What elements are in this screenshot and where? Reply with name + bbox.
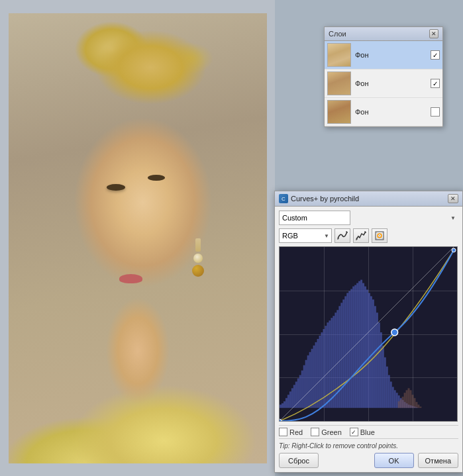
freehand-tool-button[interactable] (353, 228, 369, 243)
svg-rect-84 (417, 405, 419, 408)
svg-rect-25 (321, 332, 323, 408)
blue-checkbox-item[interactable]: ✓ Blue (350, 428, 375, 436)
red-checkbox-item[interactable]: Red (279, 428, 303, 436)
svg-rect-15 (301, 371, 303, 408)
svg-rect-42 (354, 285, 356, 408)
svg-rect-77 (404, 393, 406, 408)
svg-rect-47 (364, 287, 366, 408)
layer-name-3: Фон (355, 108, 427, 116)
green-label: Green (321, 428, 342, 436)
svg-rect-30 (331, 318, 333, 408)
earring-top (195, 238, 201, 252)
svg-rect-81 (412, 395, 414, 408)
svg-rect-38 (346, 293, 348, 408)
tip-text: Tip: Right-Click to remove control point… (279, 442, 458, 450)
draw-curve-tool-button[interactable] (334, 228, 350, 243)
svg-rect-45 (360, 280, 362, 408)
svg-rect-10 (291, 388, 293, 408)
svg-rect-74 (398, 401, 400, 408)
svg-rect-50 (370, 296, 372, 408)
svg-rect-78 (406, 390, 408, 408)
svg-rect-54 (378, 322, 380, 408)
svg-rect-24 (319, 336, 321, 408)
ok-button[interactable]: OK (374, 453, 414, 468)
layer-item-1[interactable]: Фон ✓ (325, 41, 442, 70)
svg-rect-34 (338, 306, 340, 408)
cancel-button[interactable]: Отмена (418, 453, 458, 468)
reset-button[interactable]: Сброс (279, 453, 319, 468)
svg-rect-44 (358, 281, 360, 408)
svg-rect-46 (362, 283, 364, 408)
svg-point-88 (452, 248, 456, 252)
svg-rect-48 (366, 290, 368, 408)
channel-row: RGB Red Green Blue (279, 228, 458, 243)
channel-select[interactable]: RGB Red Green Blue (279, 228, 332, 243)
svg-rect-49 (368, 293, 370, 408)
earring-bead-1 (193, 254, 203, 263)
svg-rect-39 (348, 291, 350, 408)
photo-frame (9, 13, 267, 463)
svg-rect-53 (376, 312, 378, 408)
svg-rect-4 (280, 405, 282, 408)
svg-rect-29 (329, 320, 331, 408)
curves-close-button[interactable]: ✕ (448, 194, 458, 203)
channel-select-wrapper: RGB Red Green Blue (279, 228, 332, 243)
svg-rect-5 (282, 403, 283, 408)
svg-rect-62 (394, 390, 396, 408)
svg-rect-63 (396, 393, 398, 408)
preset-select[interactable]: Custom Default Linear Strong Contrast Me… (279, 211, 350, 225)
svg-rect-61 (392, 387, 394, 408)
eyedropper-tool-button[interactable] (372, 228, 387, 243)
red-checkbox[interactable] (279, 428, 287, 436)
eye-right (148, 175, 165, 181)
svg-rect-22 (315, 342, 317, 408)
blue-checkbox[interactable]: ✓ (350, 428, 358, 436)
layers-title: Слои (329, 30, 346, 38)
svg-rect-18 (307, 356, 309, 408)
layer-visibility-1[interactable]: ✓ (431, 50, 440, 60)
svg-rect-17 (305, 360, 307, 408)
curves-svg (280, 247, 457, 421)
curves-title-text: Curves+ by pyrochild (291, 195, 359, 203)
curves-title-area: C Curves+ by pyrochild (279, 194, 359, 203)
svg-rect-82 (413, 398, 415, 408)
svg-rect-76 (402, 397, 404, 408)
layer-name-2: Фон (355, 79, 427, 87)
freehand-icon (356, 231, 366, 240)
svg-rect-26 (323, 329, 325, 408)
svg-rect-7 (285, 398, 287, 408)
curves-canvas[interactable] (279, 246, 458, 422)
svg-rect-35 (340, 303, 342, 408)
svg-rect-85 (419, 406, 421, 408)
svg-rect-59 (388, 375, 390, 408)
svg-rect-16 (303, 365, 305, 408)
curves-titlebar: C Curves+ by pyrochild ✕ (275, 191, 462, 207)
portrait-image (9, 13, 267, 463)
svg-rect-14 (299, 375, 301, 408)
green-checkbox-item[interactable]: Green (311, 428, 342, 436)
svg-rect-79 (408, 388, 410, 408)
layer-thumb-2 (327, 71, 351, 95)
layers-close-button[interactable]: ✕ (429, 29, 438, 38)
svg-rect-43 (356, 283, 358, 408)
curves-body: Custom Default Linear Strong Contrast Me… (275, 207, 462, 472)
green-checkbox[interactable] (311, 428, 319, 436)
layer-visibility-3[interactable] (431, 107, 440, 117)
preset-wrapper: Custom Default Linear Strong Contrast Me… (279, 211, 458, 225)
svg-rect-83 (415, 402, 417, 408)
svg-rect-36 (342, 299, 344, 408)
layer-item-2[interactable]: Фон ✓ (325, 70, 442, 98)
svg-rect-57 (384, 357, 386, 408)
svg-rect-58 (386, 367, 388, 408)
svg-rect-13 (297, 378, 299, 408)
bottom-buttons: Сброс OK Отмена (279, 453, 458, 468)
preset-row: Custom Default Linear Strong Contrast Me… (279, 211, 458, 225)
layer-visibility-2[interactable]: ✓ (431, 79, 440, 88)
svg-rect-21 (313, 346, 315, 408)
svg-rect-37 (344, 296, 346, 408)
svg-rect-23 (317, 339, 319, 408)
svg-point-87 (391, 329, 398, 336)
photo-background (0, 0, 275, 476)
svg-rect-19 (309, 352, 311, 408)
layer-item-3[interactable]: Фон (325, 98, 442, 126)
